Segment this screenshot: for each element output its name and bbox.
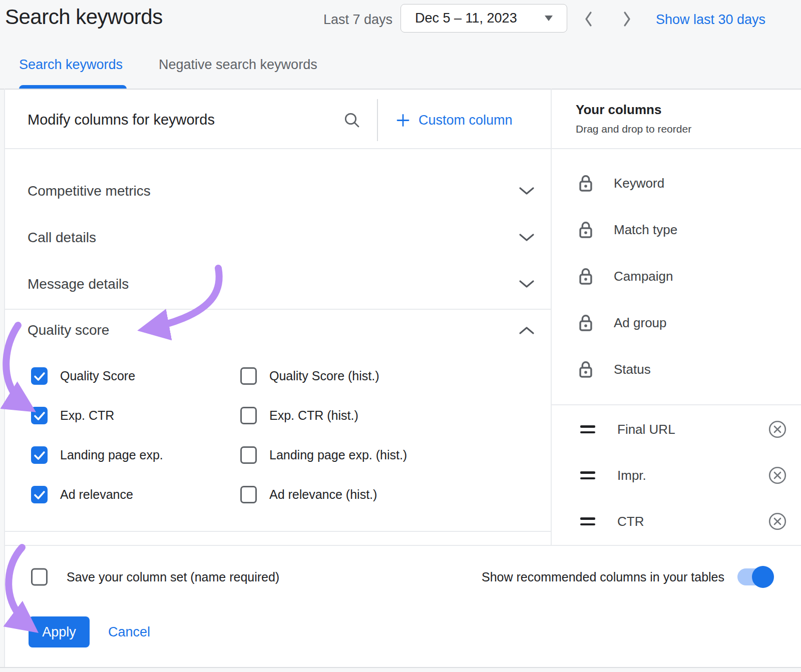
checkbox-exp-ctr-hist[interactable]: Exp. CTR (hist.): [240, 396, 532, 435]
section-message-details[interactable]: Message details: [28, 261, 535, 307]
date-range-value: Dec 5 – 11, 2023: [415, 11, 517, 26]
tab-negative-search-keywords[interactable]: Negative search keywords: [159, 57, 317, 73]
checkbox-quality-score[interactable]: Quality Score: [31, 356, 240, 396]
chevron-down-icon: [519, 233, 535, 242]
unchecked-checkbox-icon: [240, 367, 257, 385]
custom-column-button[interactable]: Custom column: [395, 113, 513, 128]
section-competitive-metrics[interactable]: Competitive metrics: [28, 168, 535, 214]
cancel-button[interactable]: Cancel: [108, 624, 150, 640]
remove-column-button[interactable]: [768, 420, 787, 439]
dialog-top-border: [0, 89, 801, 90]
recommended-columns-control: Show recommended columns in your tables: [482, 568, 772, 585]
section-call-details[interactable]: Call details: [28, 214, 535, 261]
search-button[interactable]: [343, 111, 361, 131]
apply-button[interactable]: Apply: [29, 616, 90, 647]
checked-checkbox-icon: [31, 407, 48, 424]
unchecked-checkbox-icon: [240, 407, 257, 424]
your-columns-subtitle: Drag and drop to reorder: [576, 123, 691, 135]
checkbox-landing-page-exp[interactable]: Landing page exp.: [31, 435, 240, 475]
checked-checkbox-icon: [31, 486, 48, 503]
toggle-knob: [752, 566, 774, 588]
checkbox-exp-ctr[interactable]: Exp. CTR: [31, 396, 240, 435]
date-range-picker[interactable]: Dec 5 – 11, 2023: [400, 4, 567, 33]
locked-column-status: Status: [578, 346, 788, 393]
locked-columns-list: Keyword Match type Campaign A: [578, 160, 788, 393]
page-margin-bottom: [0, 668, 801, 672]
chevron-down-icon: [519, 280, 535, 289]
modify-panel-title: Modify columns for keywords: [28, 112, 215, 128]
drag-handle-icon[interactable]: [580, 517, 595, 525]
recommended-columns-label: Show recommended columns in your tables: [482, 570, 724, 584]
page-margin: [0, 89, 4, 668]
annotation-arrow-apply: [9, 547, 31, 627]
lock-icon: [578, 360, 594, 379]
checkbox-quality-score-hist[interactable]: Quality Score (hist.): [240, 356, 532, 396]
quality-section-divider: [4, 309, 551, 310]
page-title: Search keywords: [5, 5, 163, 29]
dialog-left-border: [4, 89, 5, 668]
show-last-30-days-link[interactable]: Show last 30 days: [656, 12, 765, 28]
save-column-set-label: Save your column set (name required): [67, 570, 279, 584]
lock-icon: [578, 221, 594, 240]
unchecked-checkbox-icon: [240, 446, 257, 464]
draggable-columns-list: Final URL Impr. CTR: [580, 406, 787, 544]
date-range-label: Last 7 days: [323, 12, 392, 28]
annotation-arrow-exp-ctr: [6, 325, 28, 407]
unchecked-checkbox-icon: [240, 486, 257, 503]
chevron-right-icon: [623, 11, 632, 27]
recommended-columns-toggle[interactable]: [737, 568, 772, 585]
plus-icon: [395, 113, 411, 128]
checkbox-ad-relevance-hist[interactable]: Ad relevance (hist.): [240, 475, 532, 514]
draggable-column-impr: Impr.: [580, 452, 787, 498]
unchecked-checkbox-icon: [31, 568, 48, 586]
checked-checkbox-icon: [31, 367, 48, 385]
previous-range-button[interactable]: [580, 11, 597, 28]
save-column-set-checkbox[interactable]: Save your column set (name required): [31, 568, 279, 586]
lock-icon: [578, 314, 594, 333]
circle-x-icon: [768, 420, 787, 439]
chevron-down-icon: [519, 187, 535, 196]
app-root: Search keywords Last 7 days Dec 5 – 11, …: [0, 0, 801, 672]
checkbox-landing-page-exp-hist[interactable]: Landing page exp. (hist.): [240, 435, 532, 475]
search-icon: [343, 111, 361, 129]
section-quality-score[interactable]: Quality score: [28, 314, 535, 347]
left-panel-bottom-divider: [4, 531, 551, 532]
footer-top-divider: [4, 545, 801, 546]
checked-checkbox-icon: [31, 446, 48, 464]
next-range-button[interactable]: [619, 11, 636, 28]
toolbar-mini-divider: [377, 99, 378, 141]
checkbox-ad-relevance[interactable]: Ad relevance: [31, 475, 240, 514]
drag-handle-icon[interactable]: [580, 425, 595, 433]
circle-x-icon: [768, 512, 787, 531]
dialog-bottom-border: [0, 667, 801, 668]
header-divider: [4, 148, 801, 149]
section-list: Competitive metrics Call details Message…: [28, 168, 535, 307]
lock-icon: [578, 267, 594, 286]
chevron-left-icon: [584, 11, 593, 27]
draggable-column-final-url: Final URL: [580, 406, 787, 452]
circle-x-icon: [768, 466, 787, 485]
remove-column-button[interactable]: [768, 466, 787, 485]
your-columns-divider: [551, 404, 801, 405]
locked-column-keyword: Keyword: [578, 160, 788, 207]
panels-vertical-divider: [551, 89, 552, 545]
lock-icon: [578, 174, 594, 193]
locked-column-ad-group: Ad group: [578, 300, 788, 346]
locked-column-campaign: Campaign: [578, 253, 788, 300]
tab-search-keywords[interactable]: Search keywords: [19, 57, 123, 73]
quality-score-options: Quality Score Quality Score (hist.) Exp.…: [31, 356, 532, 514]
custom-column-label: Custom column: [419, 113, 513, 128]
locked-column-match-type: Match type: [578, 207, 788, 253]
chevron-up-icon: [519, 326, 535, 335]
your-columns-title: Your columns: [576, 102, 661, 118]
remove-column-button[interactable]: [768, 512, 787, 531]
caret-down-icon: [545, 16, 553, 21]
draggable-column-ctr: CTR: [580, 498, 787, 544]
drag-handle-icon[interactable]: [580, 471, 595, 479]
